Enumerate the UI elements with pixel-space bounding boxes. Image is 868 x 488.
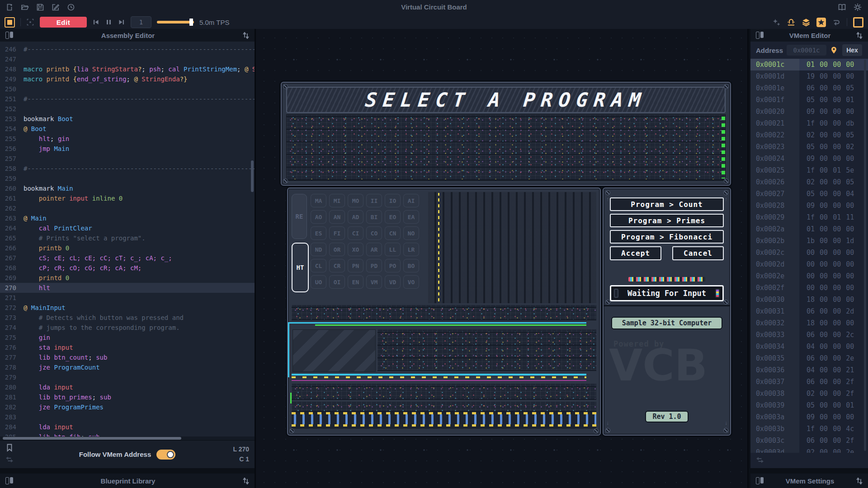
tps-slider[interactable] — [157, 21, 194, 23]
code-line[interactable]: 273 # Detects which button was pressed a… — [0, 313, 255, 323]
assembly-editor-header[interactable]: Assembly Editor — [0, 29, 255, 42]
code-line[interactable]: 246#------------------------------------… — [0, 44, 255, 54]
keypad-key-co[interactable]: CO — [366, 226, 382, 240]
favorites-icon[interactable] — [816, 18, 826, 27]
keypad-key-re[interactable]: RE — [292, 194, 307, 239]
vmem-row[interactable]: 0x0001f05000001 — [750, 94, 868, 106]
keypad-key-po[interactable]: PO — [385, 259, 401, 272]
tps-slider-handle[interactable] — [189, 19, 193, 26]
code-line[interactable]: 266 printb 0 — [0, 243, 255, 253]
keypad-key-cl[interactable]: CL — [311, 259, 326, 272]
address-input[interactable]: 0x0001c — [787, 45, 826, 56]
keypad-key-ai[interactable]: AI — [403, 194, 419, 207]
code-line[interactable]: 281 lib btn_primes; sub — [0, 392, 255, 402]
panel-resize-icon[interactable] — [243, 32, 249, 39]
keypad-key-pn[interactable]: PN — [348, 259, 363, 272]
panel-resize-icon[interactable] — [856, 478, 863, 484]
code-line[interactable]: 254@ Boot — [0, 124, 255, 134]
book-icon[interactable] — [838, 3, 846, 11]
square-tool-icon[interactable] — [853, 17, 863, 28]
program-button[interactable]: Program > Count — [610, 197, 724, 211]
vmem-row[interactable]: 0x0003b1f00004c — [750, 423, 868, 435]
code-line[interactable]: 285 lib btn_fib; sub — [0, 432, 255, 436]
code-line[interactable]: 265 # Prints "select a program". — [0, 233, 255, 243]
code-line[interactable]: 280 lda input — [0, 382, 255, 392]
code-line[interactable]: 269 printd 0 — [0, 273, 255, 283]
assembly-vertical-scrollbar[interactable] — [251, 160, 254, 192]
vmem-row[interactable]: 0x0003604000021 — [750, 364, 868, 376]
code-line[interactable]: 277 lib btn_count; sub — [0, 352, 255, 362]
code-line[interactable]: 262 — [0, 203, 255, 213]
keypad-key-mi[interactable]: MI — [329, 194, 345, 207]
vmem-row[interactable]: 0x0003018000000 — [750, 294, 868, 305]
vmem-row[interactable]: 0x0002f00000000 — [750, 282, 868, 294]
layers-icon[interactable] — [802, 18, 811, 27]
select-area-icon[interactable] — [26, 18, 34, 26]
history-icon[interactable] — [67, 3, 75, 11]
code-line[interactable]: 268 cP; cR; cO; cG; cR; cA; cM; — [0, 263, 255, 273]
keypad-key-mo[interactable]: MO — [348, 194, 363, 207]
scrollbar-thumb[interactable] — [3, 437, 181, 440]
circuit-canvas[interactable]: SELECT A PROGRAM RE HT MAMIMOIIIOAIAOANA… — [255, 29, 749, 488]
keypad-key-vd[interactable]: VD — [385, 275, 401, 289]
keypad-key-cr[interactable]: CR — [329, 259, 345, 272]
new-file-icon[interactable] — [5, 3, 14, 11]
stamp-icon[interactable] — [787, 18, 796, 27]
vmem-row[interactable]: 0x0002a01000000 — [750, 223, 868, 235]
keypad-key-ii[interactable]: II — [366, 194, 382, 207]
edit-mode-button[interactable]: Edit — [40, 17, 87, 28]
vmem-row[interactable]: 0x0002009000000 — [750, 106, 868, 117]
code-line[interactable]: 263@ Main — [0, 213, 255, 223]
keypad-key-vm[interactable]: VM — [366, 275, 382, 289]
code-line[interactable]: 257 — [0, 154, 255, 164]
keypad-key-ma[interactable]: MA — [311, 194, 326, 207]
vmem-row[interactable]: 0x0002202000005 — [750, 129, 868, 141]
code-line[interactable]: 259 — [0, 174, 255, 183]
gear-icon[interactable] — [854, 3, 862, 11]
code-line[interactable]: 272@ MainInput — [0, 303, 255, 313]
code-line[interactable]: 248macro printb {lia StringStarta?; psh;… — [0, 64, 255, 74]
program-button[interactable]: Program > Fibonacci — [610, 230, 724, 244]
hex-mode-button[interactable]: Hex — [842, 44, 862, 56]
vmem-row[interactable]: 0x0002705000004 — [750, 188, 868, 200]
vmem-row[interactable]: 0x0003a09000000 — [750, 411, 868, 423]
vmem-row[interactable]: 0x0001c01000000 — [750, 59, 868, 70]
keypad-key-bo[interactable]: BO — [403, 259, 419, 272]
follow-vmem-toggle[interactable] — [156, 450, 175, 460]
vmem-row[interactable]: 0x0001d19000000 — [750, 70, 868, 82]
code-line[interactable]: 252 — [0, 104, 255, 114]
vmem-row[interactable]: 0x0002b1b00001d — [750, 235, 868, 247]
vmem-editor-header[interactable]: VMem Editor — [750, 29, 868, 42]
vmem-row[interactable]: 0x0002c00000000 — [750, 247, 868, 258]
keypad-key-eo[interactable]: EO — [385, 210, 401, 224]
keypad-key-ad[interactable]: AD — [348, 210, 363, 224]
vmem-row[interactable]: 0x000370600002f — [750, 376, 868, 388]
keypad-key-ci[interactable]: CI — [348, 226, 363, 240]
step-back-icon[interactable] — [92, 19, 100, 26]
keypad-key-ea[interactable]: EA — [403, 210, 419, 224]
code-line[interactable]: 270 hlt — [0, 283, 255, 293]
cancel-button[interactable]: Cancel — [672, 246, 724, 260]
vmem-row[interactable]: 0x0003c0600002f — [750, 435, 868, 446]
vmem-row[interactable]: 0x0003404000000 — [750, 341, 868, 352]
vmem-row[interactable]: 0x000330600002c — [750, 329, 868, 341]
keypad-key-en[interactable]: EN — [348, 275, 363, 289]
keypad-key-vo[interactable]: VO — [403, 275, 419, 289]
vmem-row[interactable]: 0x000211f0000db — [750, 117, 868, 129]
edit-note-icon[interactable] — [52, 3, 60, 11]
vmem-row[interactable]: 0x0003d0200002e — [750, 446, 868, 453]
code-line[interactable]: 251#------------------------------------… — [0, 94, 255, 104]
vmem-row[interactable]: 0x000380200002f — [750, 388, 868, 399]
code-line[interactable]: 283 — [0, 412, 255, 422]
keypad-key-cn[interactable]: CN — [385, 226, 401, 240]
vmem-row[interactable]: 0x0003218000000 — [750, 317, 868, 329]
code-line[interactable]: 275 gin — [0, 333, 255, 343]
code-line[interactable]: 249macro printd {end_of_string; @ String… — [0, 74, 255, 84]
vmem-row[interactable]: 0x0002409000000 — [750, 153, 868, 164]
assembly-horizontal-scrollbar[interactable] — [0, 436, 255, 440]
vmem-row[interactable]: 0x0002602000005 — [750, 176, 868, 188]
vmem-row[interactable]: 0x000251f00015e — [750, 164, 868, 176]
save-icon[interactable] — [36, 3, 44, 11]
code-line[interactable]: 274 # jumps to the corresponding program… — [0, 323, 255, 333]
color-swatch[interactable] — [5, 17, 15, 28]
